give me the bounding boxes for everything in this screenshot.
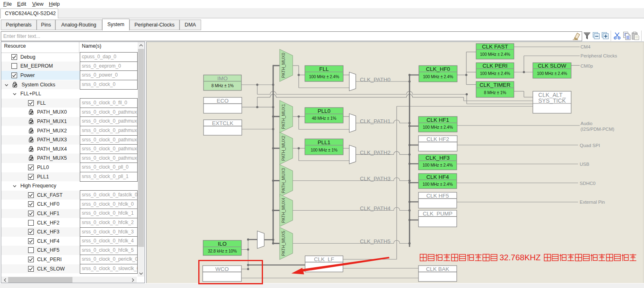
- svg-text:CLK_PATH2: CLK_PATH2: [360, 149, 390, 156]
- svg-text:Peripheral Clocks: Peripheral Clocks: [580, 53, 617, 58]
- svg-text:100 MHz ± 2.4%: 100 MHz ± 2.4%: [423, 75, 453, 79]
- svg-text:PATH_MUX2: PATH_MUX2: [281, 136, 286, 161]
- svg-text:100 MHz ± 2.4%: 100 MHz ± 2.4%: [309, 75, 339, 79]
- svg-text:CM0p: CM0p: [580, 64, 593, 68]
- svg-text:USB: USB: [580, 162, 589, 167]
- svg-text:Audio: Audio: [580, 121, 592, 126]
- svg-text:100 MHz ± 1%: 100 MHz ± 1%: [311, 148, 337, 152]
- svg-text:32.768KHZ: 32.768KHZ: [499, 253, 541, 262]
- svg-text:PATH_MUX3: PATH_MUX3: [281, 168, 286, 193]
- svg-text:100 MHz ± 2.4%: 100 MHz ± 2.4%: [423, 163, 453, 167]
- svg-text:CM4: CM4: [580, 44, 591, 49]
- svg-text:CLK_LF: CLK_LF: [314, 256, 334, 262]
- svg-text:CLK HF4: CLK HF4: [426, 174, 449, 180]
- svg-text:CLK_PATH3: CLK_PATH3: [360, 176, 390, 182]
- svg-text:100 MHz ± 2.4%: 100 MHz ± 2.4%: [423, 182, 453, 187]
- svg-text:PLL1: PLL1: [318, 139, 331, 145]
- svg-text:CLK HF1: CLK HF1: [427, 117, 449, 123]
- svg-text:WCO: WCO: [215, 266, 229, 272]
- svg-text:CLK_PATH1: CLK_PATH1: [360, 118, 390, 124]
- svg-text:PLL0: PLL0: [318, 108, 331, 114]
- svg-text:100 MHz ± 2.4%: 100 MHz ± 2.4%: [537, 71, 567, 76]
- svg-text:PATH_MUX0: PATH_MUX0: [281, 53, 286, 78]
- svg-text:SDHC0: SDHC0: [580, 181, 596, 186]
- svg-text:CLK_TIMER: CLK_TIMER: [480, 82, 510, 88]
- svg-text:CLK_PATH0: CLK_PATH0: [360, 77, 390, 83]
- svg-text:EXTCLK: EXTCLK: [212, 120, 234, 126]
- svg-text:CLK_PATH5: CLK_PATH5: [360, 238, 390, 244]
- svg-text:Quad SPI: Quad SPI: [580, 143, 600, 148]
- svg-text:ILO: ILO: [218, 241, 227, 247]
- svg-text:External Pin: External Pin: [580, 200, 605, 204]
- svg-text:IMO: IMO: [217, 75, 228, 81]
- svg-text:FLL: FLL: [319, 66, 329, 72]
- svg-text:32.8 kHz ± 10%: 32.8 kHz ± 10%: [208, 248, 237, 253]
- svg-text:CLK SLOW: CLK SLOW: [538, 63, 566, 69]
- svg-text:CLK HF2: CLK HF2: [427, 136, 449, 142]
- svg-text:ECO: ECO: [217, 98, 228, 104]
- svg-text:8 MHz ± 1%: 8 MHz ± 1%: [211, 84, 234, 88]
- svg-text:48 MHz ± 1%: 48 MHz ± 1%: [312, 116, 336, 121]
- svg-text:100 MHz ± 2.4%: 100 MHz ± 2.4%: [480, 52, 510, 57]
- svg-text:SYS_TICK: SYS_TICK: [538, 97, 566, 104]
- svg-text:CLK BAK: CLK BAK: [426, 266, 449, 272]
- svg-text:8 MHz ± 1%: 8 MHz ± 1%: [484, 90, 506, 95]
- svg-text:PATH_MUX1: PATH_MUX1: [281, 104, 286, 129]
- svg-text:100 MHz ± 2.4%: 100 MHz ± 2.4%: [480, 71, 510, 76]
- svg-text:CLK PERI: CLK PERI: [482, 63, 508, 69]
- svg-text:PATH_MUX5: PATH_MUX5: [281, 231, 286, 256]
- svg-text:CLK_PUMP: CLK_PUMP: [423, 211, 453, 217]
- svg-text:CLK_HF3: CLK_HF3: [425, 155, 449, 161]
- svg-text:CLK_PATH4: CLK_PATH4: [360, 205, 391, 211]
- svg-text:CLK HF5: CLK HF5: [426, 193, 449, 199]
- svg-text:CLK_HF0: CLK_HF0: [426, 66, 450, 72]
- svg-text:(I2S/PDM-PCM): (I2S/PDM-PCM): [580, 127, 614, 132]
- svg-text:CLK FAST: CLK FAST: [482, 44, 508, 50]
- svg-text:PATH_MUX4: PATH_MUX4: [281, 198, 286, 223]
- svg-text:100 MHz ± 2.4%: 100 MHz ± 2.4%: [423, 125, 453, 130]
